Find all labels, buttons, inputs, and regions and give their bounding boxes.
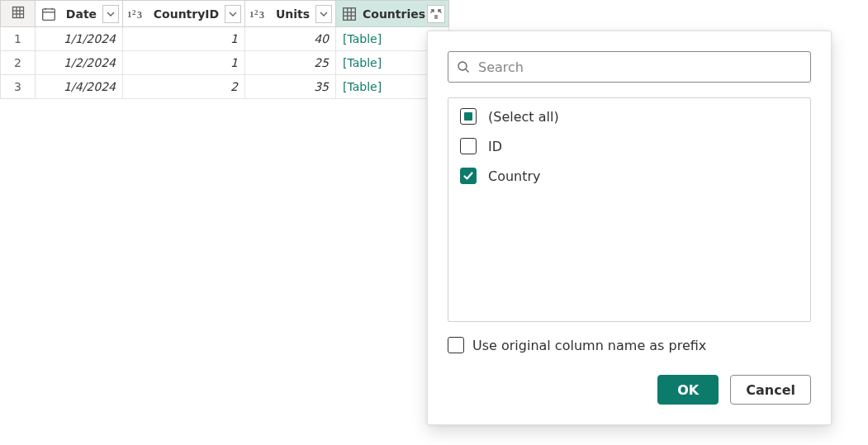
checkbox-unchecked-icon — [460, 138, 477, 154]
col-header-countries[interactable]: Countries — [336, 1, 449, 27]
prefix-option[interactable]: Use original column name as prefix — [448, 337, 811, 353]
filter-dropdown[interactable] — [102, 5, 119, 23]
row-index[interactable]: 1 — [1, 27, 36, 51]
cell-countryid[interactable]: 2 — [123, 75, 245, 99]
col-label: Date — [60, 7, 102, 21]
expand-column-popup: (Select all) ID Country Use original col… — [427, 31, 832, 425]
expand-icon — [430, 8, 442, 20]
number-type-icon: 123 — [249, 5, 268, 23]
col-header-units[interactable]: 123 Units — [245, 1, 336, 27]
col-label: Units — [270, 7, 315, 21]
checkbox-unchecked-icon — [448, 337, 464, 353]
date-type-icon — [39, 5, 59, 23]
corner-cell[interactable] — [1, 1, 36, 27]
cell-countryid[interactable]: 1 — [123, 27, 245, 51]
row-index[interactable]: 3 — [1, 75, 36, 99]
button-row: OK Cancel — [448, 375, 811, 405]
cell-units[interactable]: 35 — [245, 75, 336, 99]
svg-text:1: 1 — [249, 9, 254, 19]
col-header-countryid[interactable]: 123 CountryID — [123, 1, 245, 27]
svg-rect-15 — [344, 7, 356, 20]
query-table: Date 123 CountryID — [0, 0, 449, 99]
cell-date[interactable]: 1/2/2024 — [36, 51, 123, 75]
table-row[interactable]: 2 1/2/2024 1 25 [Table] — [1, 51, 449, 75]
table-row[interactable]: 3 1/4/2024 2 35 [Table] — [1, 75, 449, 99]
column-option-id[interactable]: ID — [460, 138, 799, 154]
svg-text:3: 3 — [137, 9, 142, 21]
search-box[interactable] — [448, 51, 811, 83]
option-label: Country — [488, 168, 541, 184]
chevron-down-icon — [229, 10, 237, 18]
search-input[interactable] — [478, 59, 802, 75]
option-label: ID — [488, 139, 502, 154]
cancel-button[interactable]: Cancel — [730, 375, 811, 405]
column-checklist: (Select all) ID Country — [448, 97, 811, 322]
cell-date[interactable]: 1/1/2024 — [36, 27, 123, 51]
ok-button[interactable]: OK — [657, 375, 719, 405]
prefix-label: Use original column name as prefix — [472, 338, 706, 353]
svg-rect-0 — [12, 7, 23, 18]
search-icon — [457, 60, 470, 73]
expand-button[interactable] — [427, 5, 445, 23]
svg-text:3: 3 — [259, 9, 264, 21]
checkbox-checked-icon — [460, 168, 477, 184]
col-header-date[interactable]: Date — [36, 1, 123, 27]
chevron-down-icon — [107, 10, 115, 18]
option-label: (Select all) — [488, 109, 559, 125]
cell-countryid[interactable]: 1 — [123, 51, 245, 75]
number-type-icon: 123 — [126, 5, 146, 23]
svg-text:1: 1 — [127, 9, 132, 19]
cell-date[interactable]: 1/4/2024 — [36, 75, 123, 99]
table-type-icon — [339, 5, 359, 23]
row-index[interactable]: 2 — [1, 51, 36, 75]
filter-dropdown[interactable] — [225, 5, 241, 23]
select-all-option[interactable]: (Select all) — [460, 108, 799, 125]
svg-line-23 — [466, 69, 469, 73]
svg-rect-5 — [43, 8, 55, 20]
chevron-down-icon — [320, 10, 328, 18]
filter-dropdown[interactable] — [315, 5, 332, 23]
cell-units[interactable]: 40 — [245, 27, 336, 51]
checkbox-indeterminate-icon — [460, 108, 477, 125]
col-label: CountryID — [148, 7, 225, 21]
table-row[interactable]: 1 1/1/2024 1 40 [Table] — [1, 27, 449, 51]
svg-text:2: 2 — [254, 8, 259, 17]
svg-point-22 — [458, 62, 467, 70]
cell-units[interactable]: 25 — [245, 51, 336, 75]
column-option-country[interactable]: Country — [460, 168, 799, 184]
col-label: Countries — [361, 7, 427, 21]
svg-text:2: 2 — [132, 8, 136, 17]
